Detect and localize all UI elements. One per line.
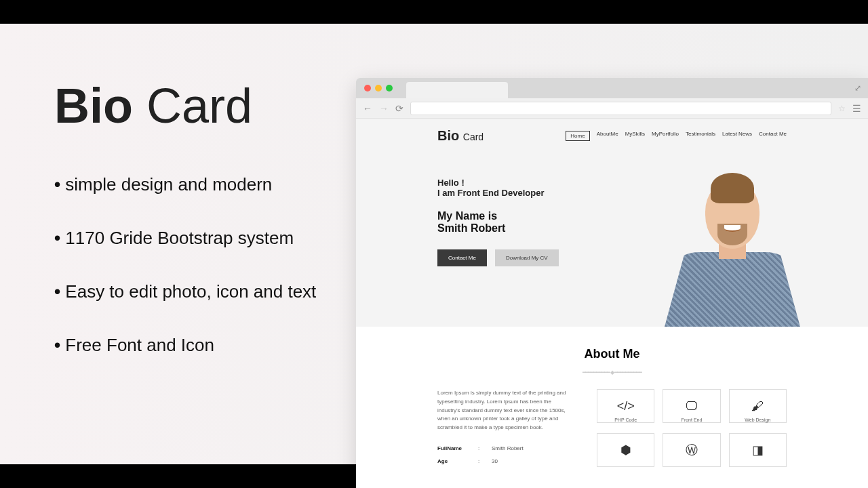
skills-grid-wrap: </>PHP Code 🖵Front End 🖌Web Design ⬢ Ⓦ ◨ <box>597 389 787 470</box>
promo-image: Bio Card simple design and modern 1170 G… <box>0 24 868 464</box>
minimize-dot[interactable] <box>375 85 382 92</box>
site-nav: Home AboutMe MySkills MyPortfolio Testim… <box>566 131 787 141</box>
close-dot[interactable] <box>364 85 371 92</box>
info-row: Age : 30 <box>437 458 570 466</box>
nav-news[interactable]: Latest News <box>722 131 752 141</box>
site-logo-light: Card <box>463 131 484 142</box>
portrait-hair <box>711 173 754 203</box>
skill-card[interactable]: </>PHP Code <box>597 389 654 425</box>
browser-urlbar: ← → ⟳ ☆ ☰ <box>356 98 868 119</box>
info-value: 30 <box>492 458 498 466</box>
feature-item: 1170 Gride Bootstrap system <box>54 228 336 249</box>
about-paragraph: Lorem Ipsum is simply dummy text of the … <box>437 389 570 432</box>
skill-card[interactable]: 🖌Web Design <box>729 389 787 425</box>
expand-icon[interactable]: ⤢ <box>854 83 861 93</box>
promo-right-panel: ⤢ ← → ⟳ ☆ ☰ Bio Card Home AboutMe <box>356 24 868 464</box>
info-row: FullName : Smith Robert <box>437 445 570 453</box>
menu-icon[interactable]: ☰ <box>852 103 861 114</box>
promo-logo: Bio Card <box>54 78 336 134</box>
forward-icon[interactable]: → <box>379 103 389 114</box>
nav-contact[interactable]: Contact Me <box>759 131 787 141</box>
nav-portfolio[interactable]: MyPortfolio <box>652 131 679 141</box>
about-title: About Me <box>437 347 787 361</box>
nav-skills[interactable]: MySkills <box>625 131 645 141</box>
back-icon[interactable]: ← <box>363 103 372 114</box>
site-logo[interactable]: Bio Card <box>437 128 484 144</box>
browser-tabbar: ⤢ <box>356 78 868 98</box>
url-input[interactable] <box>410 102 831 115</box>
portrait-head <box>705 181 760 249</box>
reload-icon[interactable]: ⟳ <box>395 103 403 114</box>
skill-card[interactable]: ◨ <box>729 433 787 467</box>
feature-item: simple design and modern <box>54 174 336 195</box>
browser-tab[interactable] <box>406 82 508 98</box>
site-header: Bio Card Home AboutMe MySkills MyPortfol… <box>356 119 868 150</box>
star-icon[interactable]: ☆ <box>838 104 846 113</box>
feature-item: Easy to edit photo, icon and text <box>54 281 336 302</box>
skills-grid: </>PHP Code 🖵Front End 🖌Web Design ⬢ Ⓦ ◨ <box>597 389 787 467</box>
about-text-col: Lorem Ipsum is simply dummy text of the … <box>437 389 570 470</box>
download-cv-button[interactable]: Download My CV <box>495 249 559 266</box>
info-label: FullName <box>437 445 478 453</box>
info-value: Smith Robert <box>492 445 524 453</box>
site-logo-bold: Bio <box>437 128 459 143</box>
logo-light: Card <box>133 79 252 133</box>
portrait-smile <box>724 225 741 232</box>
skill-card[interactable]: ⬢ <box>597 433 654 467</box>
site-page: Bio Card Home AboutMe MySkills MyPortfol… <box>356 119 868 488</box>
portrait-body <box>665 252 800 327</box>
letterbox-top <box>0 0 868 24</box>
divider-icon: ━━━━━━━━━━ ◆ ━━━━━━━━━━ <box>437 369 787 375</box>
feature-list: simple design and modern 1170 Gride Boot… <box>54 174 336 356</box>
nav-about[interactable]: AboutMe <box>597 131 618 141</box>
skill-card[interactable]: 🖵Front End <box>663 389 720 425</box>
about-section: About Me ━━━━━━━━━━ ◆ ━━━━━━━━━━ Lorem I… <box>356 327 868 488</box>
hero-portrait <box>665 150 800 327</box>
nav-home[interactable]: Home <box>566 131 589 141</box>
hero-section: Hello ! I am Front End Developer My Name… <box>356 150 868 327</box>
promo-left-panel: Bio Card simple design and modern 1170 G… <box>0 24 356 464</box>
info-label: Age <box>437 458 478 466</box>
wordpress-icon: Ⓦ <box>663 433 720 467</box>
nav-testimonials[interactable]: Testimonials <box>686 131 715 141</box>
info-table: FullName : Smith Robert Age : 30 <box>437 445 570 466</box>
browser-mockup: ⤢ ← → ⟳ ☆ ☰ Bio Card Home AboutMe <box>356 78 868 488</box>
css3-icon: ◨ <box>729 433 787 467</box>
about-body: Lorem Ipsum is simply dummy text of the … <box>437 389 787 470</box>
contact-button[interactable]: Contact Me <box>437 249 487 266</box>
html5-icon: ⬢ <box>597 433 654 467</box>
skill-card[interactable]: Ⓦ <box>663 433 720 467</box>
logo-bold: Bio <box>54 79 133 133</box>
maximize-dot[interactable] <box>386 85 393 92</box>
feature-item: Free Font and Icon <box>54 335 336 356</box>
